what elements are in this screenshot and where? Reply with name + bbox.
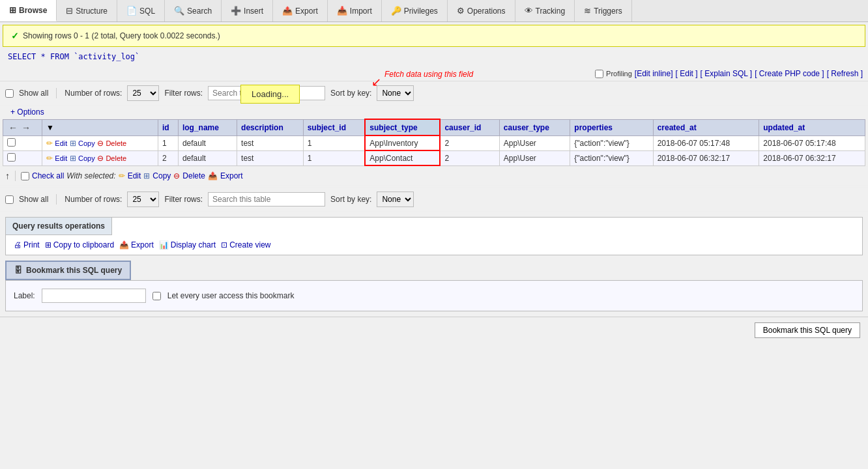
- cell-causer-id-0: 2: [440, 135, 499, 150]
- chart-icon: 📊: [159, 240, 169, 249]
- th-properties: properties: [570, 119, 653, 135]
- profiling-checkbox[interactable]: [595, 70, 603, 78]
- edit-btn-1[interactable]: Edit: [55, 154, 67, 162]
- nav-left-icon[interactable]: ←: [7, 122, 19, 133]
- edit-link-bottom[interactable]: Edit: [128, 171, 141, 180]
- th-id-link[interactable]: id: [162, 123, 169, 132]
- nav-right-icon[interactable]: →: [20, 122, 32, 133]
- cell-subject-id-1: 1: [303, 150, 365, 165]
- tab-triggers-label: Triggers: [594, 7, 622, 16]
- display-chart-link[interactable]: 📊 Display chart: [159, 240, 216, 249]
- tab-search-label: Search: [187, 7, 212, 16]
- num-rows-select-bottom[interactable]: 25 50 100: [127, 192, 159, 207]
- explain-sql-link[interactable]: [ Explain SQL ]: [701, 69, 753, 78]
- th-log-name-link[interactable]: log_name: [182, 123, 219, 132]
- th-created-at-link[interactable]: created_at: [658, 123, 697, 132]
- every-user-label: Let every user access this bookmark: [167, 291, 295, 300]
- edit-icon-bottom: ✏: [119, 171, 125, 180]
- filter-input-bottom[interactable]: [208, 192, 325, 206]
- th-subject-type-link[interactable]: subject_type: [369, 123, 417, 132]
- tab-structure[interactable]: ⊟ Structure: [57, 0, 117, 21]
- export-icon-bottom: 📤: [208, 171, 218, 180]
- row-checkbox-0[interactable]: [7, 138, 16, 147]
- print-link[interactable]: 🖨 Print: [14, 240, 40, 249]
- cell-id-0: 1: [158, 135, 178, 150]
- show-all-checkbox-top[interactable]: [5, 89, 14, 98]
- delete-btn-1[interactable]: Delete: [106, 154, 126, 162]
- create-php-link[interactable]: [ Create PHP code ]: [755, 69, 824, 78]
- tab-operations[interactable]: ⚙ Operations: [448, 0, 515, 21]
- sort-by-select-top[interactable]: None: [377, 85, 414, 101]
- tab-import-label: Import: [350, 7, 372, 16]
- tab-browse[interactable]: ⊞ Browse: [0, 0, 57, 21]
- delete-btn-0[interactable]: Delete: [106, 139, 126, 147]
- edit-btn-0[interactable]: Edit: [55, 139, 67, 147]
- copy-clipboard-link[interactable]: ⊞ Copy to clipboard: [45, 240, 114, 249]
- tab-sql[interactable]: 📄 SQL: [117, 0, 165, 21]
- nav-up-icon[interactable]: ↑: [5, 171, 10, 181]
- controls-row-top: Show all Number of rows: 25 50 100 Filte…: [0, 81, 868, 106]
- export-qr-link[interactable]: 📤 Export: [119, 240, 154, 249]
- tab-structure-label: Structure: [76, 7, 108, 16]
- print-label: Print: [23, 240, 40, 249]
- th-updated-at-link[interactable]: updated_at: [763, 123, 805, 132]
- th-subject-id-link[interactable]: subject_id: [308, 123, 346, 132]
- copy-link-bottom[interactable]: Copy: [152, 171, 171, 180]
- export-link-bottom[interactable]: Export: [220, 171, 243, 180]
- edit-inline-link[interactable]: [Edit inline]: [635, 69, 673, 78]
- row-checkbox-1[interactable]: [7, 153, 16, 162]
- th-description: description: [237, 119, 304, 135]
- data-table: ← → ▼ id log_name description subject_id…: [3, 119, 865, 166]
- refresh-link[interactable]: [ Refresh ]: [827, 69, 863, 78]
- options-link[interactable]: + Options: [5, 105, 50, 119]
- sql-display: SELECT * FROM `activity_log`: [0, 50, 868, 66]
- profiling-label: Profiling: [606, 70, 632, 78]
- delete-link-bottom[interactable]: Delete: [182, 171, 205, 180]
- bookmark-submit-button[interactable]: Bookmark this SQL query: [755, 322, 860, 338]
- display-chart-label: Display chart: [171, 240, 216, 249]
- with-selected-label: With selected:: [66, 171, 115, 180]
- delete-icon-0: ⊖: [97, 139, 104, 148]
- edit-link[interactable]: [ Edit ]: [676, 69, 698, 78]
- tab-triggers[interactable]: ≋ Triggers: [575, 0, 632, 21]
- bookmark-label-input[interactable]: [42, 289, 146, 303]
- th-properties-link[interactable]: properties: [574, 123, 613, 132]
- th-causer-type: causer_type: [499, 119, 570, 135]
- cell-check-0: [3, 135, 42, 150]
- bookmark-db-icon: 🗄: [14, 266, 22, 275]
- every-user-checkbox[interactable]: [152, 292, 161, 300]
- cell-subject-id-0: 1: [303, 135, 365, 150]
- tab-privileges[interactable]: 🔑 Privileges: [382, 0, 448, 21]
- copy-btn-0[interactable]: Copy: [78, 139, 95, 147]
- check-all-checkbox[interactable]: [21, 172, 29, 180]
- sep1: [56, 88, 57, 98]
- show-all-checkbox-bottom[interactable]: [5, 195, 14, 204]
- create-view-link[interactable]: ⊡ Create view: [221, 240, 270, 249]
- controls-top-wrapper: Show all Number of rows: 25 50 100 Filte…: [0, 81, 868, 106]
- table-header-row: ← → ▼ id log_name description subject_id…: [3, 119, 865, 135]
- copy-btn-1[interactable]: Copy: [78, 154, 95, 162]
- toolbar-row: Profiling [Edit inline] [ Edit ] [ Expla…: [0, 66, 868, 81]
- tab-operations-label: Operations: [467, 7, 506, 16]
- label-field-label: Label:: [14, 291, 35, 300]
- tracking-icon: 👁: [525, 6, 533, 16]
- filter-loading-wrapper: Loading...: [208, 86, 325, 100]
- copy-icon-bottom: ⊞: [143, 171, 150, 180]
- sort-by-label-top: Sort by key:: [330, 89, 371, 98]
- th-description-link[interactable]: description: [241, 123, 283, 132]
- th-causer-type-link[interactable]: causer_type: [504, 123, 549, 132]
- tab-search[interactable]: 🔍 Search: [165, 0, 222, 21]
- num-rows-select-top[interactable]: 25 50 100: [127, 85, 159, 101]
- sort-down-icon[interactable]: ▼: [46, 123, 54, 132]
- tab-insert[interactable]: ➕ Insert: [222, 0, 273, 21]
- tab-export[interactable]: 📤 Export: [273, 0, 328, 21]
- tab-import[interactable]: 📥 Import: [328, 0, 382, 21]
- copy-clipboard-icon: ⊞: [45, 240, 51, 249]
- tab-tracking[interactable]: 👁 Tracking: [515, 0, 575, 21]
- check-all-link[interactable]: Check all: [32, 171, 64, 180]
- th-causer-id-link[interactable]: causer_id: [444, 123, 481, 132]
- insert-icon: ➕: [231, 6, 241, 16]
- bookmark-header[interactable]: 🗄 Bookmark this SQL query: [5, 261, 131, 280]
- tab-insert-label: Insert: [244, 7, 263, 16]
- sort-by-select-bottom[interactable]: None: [377, 192, 414, 207]
